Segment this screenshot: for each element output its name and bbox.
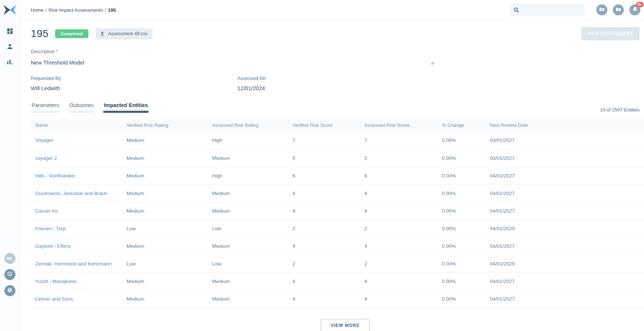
- entity-name-link[interactable]: Lehner and Sons: [35, 296, 73, 302]
- tabs-row: Parameters Outcomes Impacted Entities 10…: [31, 102, 640, 113]
- table-cell: Medium: [122, 132, 208, 149]
- entity-name-link[interactable]: Zemlak, Hermiston and Kertzmann: [35, 261, 112, 266]
- description-value: New Threshold Model: [31, 59, 84, 66]
- tab-underline: [69, 111, 94, 113]
- user-avatar[interactable]: WL: [4, 253, 15, 264]
- table-cell: Medium: [122, 167, 208, 184]
- notifications-button[interactable]: 9+: [629, 4, 640, 15]
- search-input[interactable]: [523, 7, 581, 13]
- table-cell: Cassin Inc: [31, 202, 122, 220]
- breadcrumb: Home/Risk Impact Assessments/195: [31, 7, 116, 13]
- sidebar-item-users[interactable]: [5, 42, 15, 51]
- notification-badge: 9+: [636, 2, 644, 7]
- table-row: Hills - VonRuedenMediumHigh660.00%04/01/…: [31, 167, 644, 184]
- entity-name-link[interactable]: Gusikowski, Jaskolski and Braun: [35, 191, 108, 196]
- table-cell: Medium: [122, 184, 208, 202]
- app-logo-icon[interactable]: [3, 4, 17, 15]
- sidebar: WL: [0, 0, 20, 331]
- textarea-resize-handle[interactable]: [430, 60, 434, 66]
- table-header: NameVerified Risk RatingAssessed Risk Ra…: [31, 119, 644, 132]
- table-row: Cassin IncMediumMedium440.00%04/01/2027: [31, 202, 644, 220]
- breadcrumb-separator: /: [46, 7, 47, 13]
- table-row: Gusikowski, Jaskolski and BraunMediumMed…: [31, 184, 644, 202]
- breadcrumb-home[interactable]: Home: [31, 7, 44, 13]
- table-cell: 4: [288, 237, 360, 255]
- download-csv-button[interactable]: Assessment 49.csv: [96, 28, 153, 39]
- description-label: Description*: [31, 49, 640, 54]
- table-cell: Low: [122, 220, 208, 237]
- table-row: Friesen - TorpLowLow220.00%04/01/2029: [31, 220, 644, 237]
- upload-button[interactable]: [613, 4, 624, 15]
- view-more-button[interactable]: VIEW MORE: [321, 319, 370, 331]
- description-textarea[interactable]: New Threshold Model: [31, 56, 435, 69]
- entities-count: 10 of 2507 Entities: [600, 107, 640, 113]
- table-cell: 0.00%: [437, 167, 485, 184]
- entity-name-link[interactable]: Yundt - Macejkovic: [35, 279, 77, 284]
- tab-parameters[interactable]: Parameters: [31, 102, 60, 113]
- table-cell: Hills - VonRueden: [31, 167, 122, 184]
- view-more-row: VIEW MORE: [31, 319, 644, 331]
- create-assessment-button[interactable]: [596, 4, 607, 15]
- table-cell: Medium: [122, 290, 208, 308]
- table-cell: 6: [288, 167, 360, 184]
- entity-name-link[interactable]: Hills - VonRueden: [35, 173, 75, 179]
- table-row: Lehner and SonsMediumMedium440.00%04/01/…: [31, 290, 644, 308]
- entity-name-link[interactable]: Cassin Inc: [35, 208, 58, 214]
- gear-icon: [7, 287, 13, 295]
- table-cell: Medium: [122, 202, 208, 220]
- required-marker: *: [56, 49, 58, 54]
- table-cell: 4: [288, 202, 360, 220]
- sidebar-item-reports[interactable]: [5, 58, 15, 66]
- table-cell: Gusikowski, Jaskolski and Braun: [31, 184, 122, 202]
- table-cell: 0.00%: [437, 220, 485, 237]
- table-cell: 04/01/2027: [485, 184, 644, 202]
- table-cell: 0.00%: [437, 149, 485, 167]
- folder-upload-icon: [615, 6, 622, 14]
- sidebar-item-dashboard[interactable]: [5, 27, 15, 36]
- entity-name-link[interactable]: voyager 2: [35, 155, 57, 161]
- breadcrumb-risk-impact-assessments[interactable]: Risk Impact Assessments: [48, 7, 103, 13]
- tab-outcomes[interactable]: Outcomes: [69, 102, 94, 113]
- table-cell: High: [208, 167, 288, 184]
- table-cell: Low: [208, 255, 288, 272]
- tab-impacted-entities[interactable]: Impacted Entities: [103, 102, 149, 113]
- table-row: Yundt - MacejkovicMediumMedium440.00%04/…: [31, 272, 644, 290]
- table-cell: Voyager: [31, 132, 122, 149]
- table-cell: 0.00%: [437, 290, 485, 308]
- search-box[interactable]: [510, 4, 585, 16]
- table-cell: 5: [288, 149, 360, 167]
- table-cell: 4: [288, 290, 360, 308]
- table-cell: 4: [360, 202, 437, 220]
- table-cell: 04/01/2027: [485, 167, 644, 184]
- entity-name-link[interactable]: Gaylord - Effertz: [35, 243, 71, 249]
- table-cell: 2: [288, 255, 360, 272]
- column-header: Verified Risk Rating: [122, 119, 208, 132]
- assessed-on-field: Assessed On 12/01/2024: [237, 76, 444, 91]
- status-badge: Completed: [55, 29, 88, 38]
- settings-button[interactable]: [4, 285, 15, 296]
- csv-filename: Assessment 49.csv: [108, 31, 148, 36]
- table-cell: Zemlak, Hermiston and Kertzmann: [31, 255, 122, 272]
- column-header: Next Review Date: [485, 119, 644, 132]
- table-row: VoyagerMediumHigh770.00%03/01/2027: [31, 132, 644, 149]
- table-cell: 2: [360, 255, 437, 272]
- column-header: Assessed Risk Rating: [208, 119, 288, 132]
- top-bar: Home/Risk Impact Assessments/195: [20, 0, 644, 20]
- docs-button[interactable]: [4, 269, 15, 280]
- assessment-detail: 195 Completed Assessment 49.csv RUN ASSE…: [20, 20, 644, 331]
- table-cell: 4: [360, 237, 437, 255]
- entity-name-link[interactable]: Friesen - Torp: [35, 226, 66, 231]
- table-cell: 0.00%: [437, 272, 485, 290]
- table-row: Gaylord - EffertzMediumMedium440.00%04/0…: [31, 237, 644, 255]
- folder-plus-icon: [598, 6, 605, 14]
- table-cell: 04/01/2029: [485, 220, 644, 237]
- search-icon: [513, 7, 520, 13]
- table-cell: Medium: [208, 184, 288, 202]
- table-cell: 5: [360, 149, 437, 167]
- run-assessment-button[interactable]: RUN ASSESSMENT: [581, 27, 640, 40]
- person-icon: [6, 43, 14, 50]
- table-cell: 04/01/2027: [485, 202, 644, 220]
- assessed-on-label: Assessed On: [237, 76, 444, 81]
- entity-name-link[interactable]: Voyager: [35, 137, 54, 143]
- table-cell: Medium: [208, 149, 288, 167]
